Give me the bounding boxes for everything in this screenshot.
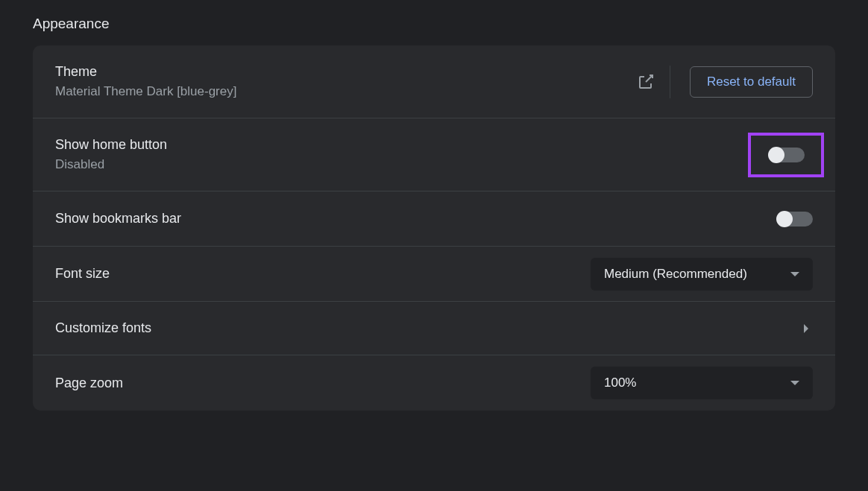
- theme-value: Material Theme Dark [blue-grey]: [55, 84, 637, 99]
- home-button-toggle[interactable]: [769, 148, 805, 162]
- home-button-label: Show home button: [55, 137, 748, 153]
- toggle-knob: [768, 147, 784, 163]
- customize-fonts-row[interactable]: Customize fonts: [33, 302, 835, 355]
- bookmarks-bar-toggle-wrap: [777, 212, 813, 227]
- appearance-section: Appearance Theme Material Theme Dark [bl…: [0, 0, 868, 411]
- home-button-highlight: [748, 133, 824, 177]
- font-size-label: Font size: [55, 266, 591, 282]
- home-button-status: Disabled: [55, 157, 748, 172]
- home-button-toggle-wrap: [748, 133, 813, 177]
- bookmarks-bar-toggle[interactable]: [777, 212, 813, 227]
- chevron-right-icon: [804, 324, 808, 333]
- page-zoom-control: 100%: [591, 367, 813, 399]
- page-zoom-label: Page zoom: [55, 376, 591, 391]
- theme-label: Theme: [55, 64, 637, 80]
- bookmarks-bar-label: Show bookmarks bar: [55, 211, 777, 227]
- section-title: Appearance: [0, 0, 868, 45]
- font-size-text: Font size: [55, 266, 591, 282]
- theme-text: Theme Material Theme Dark [blue-grey]: [55, 64, 637, 99]
- page-zoom-select[interactable]: 100%: [591, 367, 813, 399]
- home-button-row: Show home button Disabled: [33, 118, 835, 191]
- theme-actions: Reset to default: [637, 66, 813, 98]
- font-size-value: Medium (Recommended): [604, 267, 747, 282]
- settings-card: Theme Material Theme Dark [blue-grey] Re…: [33, 45, 835, 411]
- page-zoom-row: Page zoom 100%: [33, 355, 835, 411]
- toggle-knob: [776, 211, 793, 227]
- chevron-down-icon: [790, 381, 799, 385]
- reset-theme-button[interactable]: Reset to default: [690, 66, 813, 98]
- font-size-row: Font size Medium (Recommended): [33, 247, 835, 302]
- theme-row: Theme Material Theme Dark [blue-grey] Re…: [33, 45, 835, 118]
- font-size-control: Medium (Recommended): [591, 258, 813, 291]
- vertical-divider: [670, 66, 670, 98]
- font-size-select[interactable]: Medium (Recommended): [591, 258, 813, 291]
- home-button-text: Show home button Disabled: [55, 137, 748, 172]
- customize-fonts-arrow-wrap: [804, 324, 813, 333]
- open-in-new-icon[interactable]: [637, 73, 655, 91]
- page-zoom-text: Page zoom: [55, 376, 591, 391]
- customize-fonts-text: Customize fonts: [55, 320, 804, 336]
- customize-fonts-label: Customize fonts: [55, 320, 804, 336]
- chevron-down-icon: [790, 272, 799, 276]
- bookmarks-bar-text: Show bookmarks bar: [55, 211, 777, 227]
- page-zoom-value: 100%: [604, 376, 636, 390]
- bookmarks-bar-row: Show bookmarks bar: [33, 191, 835, 247]
